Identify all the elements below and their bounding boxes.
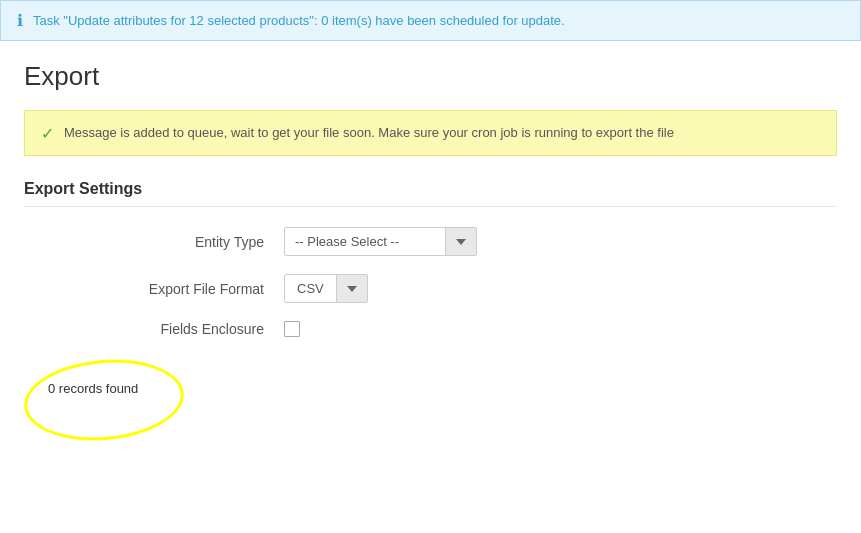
records-section: 0 records found — [24, 367, 837, 410]
export-file-format-row: Export File Format CSV — [24, 274, 837, 303]
csv-arrow-down-icon — [347, 286, 357, 292]
top-notification: ℹ Task "Update attributes for 12 selecte… — [0, 0, 861, 41]
csv-select-wrapper: CSV — [284, 274, 368, 303]
entity-type-select[interactable]: -- Please Select -- Products Customers O… — [285, 228, 445, 255]
success-message: ✓ Message is added to queue, wait to get… — [24, 110, 837, 156]
entity-type-control: -- Please Select -- Products Customers O… — [284, 227, 477, 256]
page-title: Export — [24, 61, 837, 92]
fields-enclosure-label: Fields Enclosure — [64, 321, 284, 337]
success-message-text: Message is added to queue, wait to get y… — [64, 123, 674, 143]
entity-type-dropdown-arrow[interactable] — [445, 228, 476, 255]
circle-annotation — [21, 353, 187, 447]
fields-enclosure-control — [284, 321, 300, 337]
csv-value: CSV — [285, 275, 336, 302]
csv-dropdown-arrow[interactable] — [336, 275, 367, 302]
records-found-text: 0 records found — [44, 379, 142, 398]
entity-type-select-wrapper: -- Please Select -- Products Customers O… — [284, 227, 477, 256]
export-settings-section: Export Settings Entity Type -- Please Se… — [24, 180, 837, 337]
main-content: Export ✓ Message is added to queue, wait… — [0, 41, 861, 430]
section-title: Export Settings — [24, 180, 837, 207]
export-file-format-label: Export File Format — [64, 281, 284, 297]
arrow-down-icon — [456, 239, 466, 245]
check-icon: ✓ — [41, 124, 54, 143]
notification-text: Task "Update attributes for 12 selected … — [33, 13, 565, 28]
fields-enclosure-row: Fields Enclosure — [24, 321, 837, 337]
entity-type-label: Entity Type — [64, 234, 284, 250]
fields-enclosure-checkbox[interactable] — [284, 321, 300, 337]
export-file-format-control: CSV — [284, 274, 368, 303]
entity-type-row: Entity Type -- Please Select -- Products… — [24, 227, 837, 256]
info-icon: ℹ — [17, 11, 23, 30]
page-wrapper: ℹ Task "Update attributes for 12 selecte… — [0, 0, 861, 533]
